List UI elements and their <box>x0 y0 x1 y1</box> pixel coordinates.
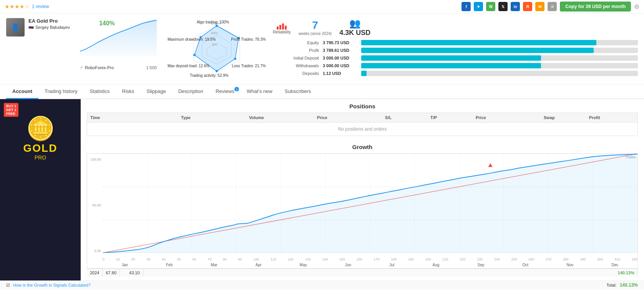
positions-section: Positions Time Type Volume Price S/L T/P… <box>81 99 644 140</box>
stats-reliability: Reliability 7 weeks (since 2024) 👥 4.3K … <box>273 18 638 37</box>
reliability-label: Reliability <box>273 30 291 34</box>
radar-algo-trading: Algo trading: 100% <box>197 20 229 24</box>
month-sep: Sep <box>478 263 485 267</box>
mail-icon[interactable]: ✉ <box>535 2 544 11</box>
radar-profit-trades: Profit Trades: 78.3% <box>231 37 266 41</box>
stat-bar-container-4 <box>361 71 638 76</box>
whatsapp-icon[interactable]: W <box>486 2 495 11</box>
ad-coin-icon: 🪙 <box>26 115 55 142</box>
content-area: BUY 1GET 1FREE 🪙 GOLD PRO Positions Time… <box>0 99 644 280</box>
weeks-number: 7 <box>312 19 318 32</box>
gain-number: 4.3K USD <box>339 29 370 37</box>
tab-subscribers[interactable]: Subscribers <box>279 85 317 99</box>
star-rating: ★★★★☆ <box>5 3 30 10</box>
checkbox-icon: ☑ <box>6 283 10 288</box>
stat-bar-2 <box>361 55 541 61</box>
month-apr: Apr <box>256 263 262 267</box>
linkedin-icon[interactable]: in <box>511 2 520 11</box>
tabs-bar: AccountTrading historyStatisticsRisksSli… <box>0 85 644 99</box>
settings-icon[interactable]: ⚙ <box>634 3 639 10</box>
stat-label-4: Deposits <box>273 71 319 76</box>
radar-area: 100%+ 50% 0% Algo trading: 100% Profit T… <box>167 18 267 80</box>
gain-item: 👥 4.3K USD <box>339 18 370 37</box>
jan-cell: 67.80 <box>103 269 120 277</box>
mini-chart-svg <box>76 18 161 56</box>
radar-loss-trades: Loss Trades: 21.7% <box>232 64 266 68</box>
month-nov: Nov <box>566 263 573 267</box>
stat-label-1: Profit <box>273 48 319 53</box>
weeks-item: 7 weeks (since 2024) <box>299 19 332 36</box>
stat-value-1: 3 789.61 USD <box>323 48 361 53</box>
tab-trading-history[interactable]: Trading history <box>38 85 84 99</box>
facebook-icon[interactable]: f <box>461 2 471 11</box>
svg-text:0%: 0% <box>212 43 217 46</box>
col-price-close: Price <box>476 115 544 120</box>
rel-bar-3 <box>282 23 284 30</box>
radar-svg: 100%+ 50% 0% <box>167 18 267 80</box>
tab-badge-6: 1 <box>234 87 239 91</box>
col-price-open: Price <box>317 115 385 120</box>
stat-value-3: 3 000.00 USD <box>323 63 361 68</box>
footer-total-value: 140.13% <box>620 282 638 288</box>
review-link[interactable]: 1 review <box>32 4 49 9</box>
tab-reviews[interactable]: Reviews1 <box>209 85 241 99</box>
mar-cell: 43.10 <box>126 269 143 277</box>
col-tp: T/P <box>430 115 476 120</box>
growth-section: Growth Trades 100.00 50.00 0.00 <box>81 140 644 280</box>
flag-icon: 🇷🇺 <box>28 25 34 30</box>
svg-point-6 <box>234 58 236 60</box>
top-bar-left: ★★★★☆ 1 review <box>5 3 49 10</box>
people-icon: 👥 <box>349 18 361 29</box>
stat-bar-container-0 <box>361 40 638 45</box>
tab-statistics[interactable]: Statistics <box>84 85 116 99</box>
radar-max-drawdown: Maximum drawdown: 19.5% <box>168 37 216 41</box>
x-icon[interactable]: 𝕏 <box>498 2 508 11</box>
tab-risks[interactable]: Risks <box>116 85 141 99</box>
mini-chart-area: 140% ✓ RoboForex-Pro 1:500 <box>76 18 161 72</box>
x-axis-numbers: 0102030405060708090100110120130140150160… <box>103 257 637 261</box>
growth-calc-link[interactable]: How is the Growth in Signals Calculated? <box>13 283 91 287</box>
broker-name: ✓ RoboForex-Pro <box>80 65 114 70</box>
stat-bar-container-3 <box>361 63 638 68</box>
month-jun: Jun <box>345 263 351 267</box>
stat-bar-3 <box>361 63 541 68</box>
growth-title: Growth <box>87 144 638 150</box>
tab-account[interactable]: Account <box>6 85 38 99</box>
year-row: 2024 67.80 43.10 140.13% <box>87 269 638 277</box>
radar-trading-activity: Trading activity: 52.9% <box>190 73 229 78</box>
stat-label-2: Initial Deposit <box>273 56 319 60</box>
month-jul: Jul <box>389 263 394 267</box>
bookmark-icon[interactable]: ☆ <box>548 2 557 11</box>
svg-text:50%: 50% <box>211 31 218 35</box>
tab-description[interactable]: Description <box>172 85 209 99</box>
top-bar-right: f ✈ W 𝕏 in R ✉ ☆ Copy for 39 USD per mon… <box>461 2 639 12</box>
main-content: Positions Time Type Volume Price S/L T/P… <box>81 99 644 280</box>
tabs-container: AccountTrading historyStatisticsRisksSli… <box>6 85 317 98</box>
header-section: 👤 EA Gold Pro 🇷🇺 Sergey Batudayev 140% <box>0 13 644 85</box>
growth-percentage: 140% <box>99 20 115 27</box>
col-time: Time <box>90 115 181 120</box>
month-jan: Jan <box>122 263 128 267</box>
reddit-icon[interactable]: R <box>523 2 532 11</box>
month-feb: Feb <box>166 263 173 267</box>
col-volume: Volume <box>249 115 317 120</box>
stats-bars-area: Reliability 7 weeks (since 2024) 👥 4.3K … <box>273 18 638 80</box>
svg-point-8 <box>193 54 196 56</box>
stat-row-0: Equity 3 790.73 USD <box>273 40 638 45</box>
growth-chart-container: Trades 100.00 50.00 0.00 <box>87 153 638 269</box>
col-profit: Profit <box>589 115 634 120</box>
rel-bar-4 <box>285 26 287 30</box>
ytd-cell: 140.13% <box>615 269 638 277</box>
growth-chart-svg <box>103 154 637 253</box>
copy-button[interactable]: Copy for 39 USD per month <box>560 2 631 12</box>
rel-bar-1 <box>277 27 279 30</box>
positions-empty-message: No positions and orders <box>87 123 638 136</box>
stat-bar-container-2 <box>361 55 638 61</box>
empty-spacer <box>143 269 615 277</box>
tab-what's-new[interactable]: What's new <box>241 85 279 99</box>
stat-bar-0 <box>361 40 596 45</box>
tab-slippage[interactable]: Slippage <box>140 85 172 99</box>
stat-bar-4 <box>361 71 367 76</box>
month-oct: Oct <box>523 263 529 267</box>
telegram-icon[interactable]: ✈ <box>474 2 483 11</box>
